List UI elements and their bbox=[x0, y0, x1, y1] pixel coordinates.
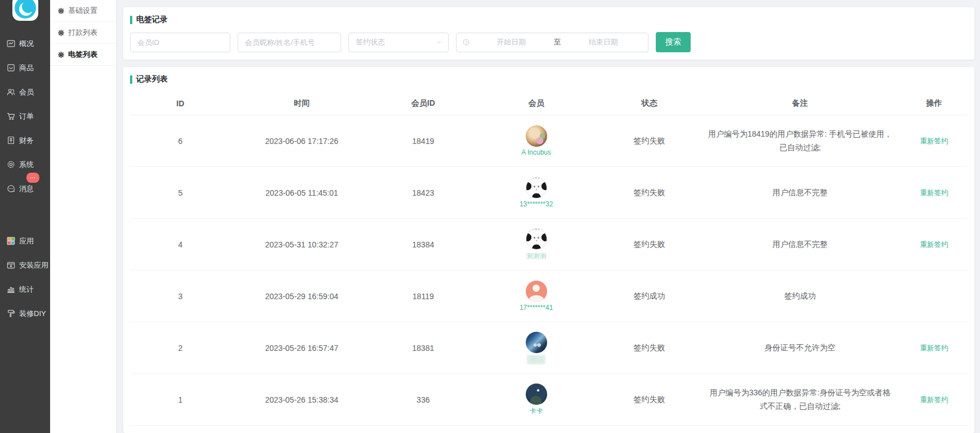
sidebar-item-label: 会员 bbox=[19, 87, 34, 97]
night-avatar bbox=[526, 384, 547, 405]
primary-sidebar: 概况 商品 会员 订单 财务 bbox=[0, 0, 50, 433]
install-apps-icon bbox=[6, 260, 16, 270]
sidebar-item-apps[interactable]: 应用 bbox=[0, 229, 50, 253]
date-range-picker[interactable]: 开始日期 至 结束日期 bbox=[456, 33, 648, 52]
messages-icon bbox=[6, 184, 16, 193]
member-name-link[interactable]: 17*******41 bbox=[520, 304, 553, 312]
record-remark: 用户信息不完整 bbox=[700, 238, 901, 251]
title-accent-bar bbox=[130, 16, 132, 24]
sidebar-item-label: 概况 bbox=[19, 39, 34, 49]
member-name-link[interactable]: 卡卡 bbox=[530, 407, 543, 416]
record-member-id: 18119 bbox=[373, 292, 474, 301]
records-card-title: 记录列表 bbox=[130, 74, 968, 84]
table-row: 3 2023-05-29 16:59:04 18119 17*******41 … bbox=[130, 270, 968, 322]
app-logo[interactable] bbox=[12, 0, 38, 21]
sidebar-item-label: 订单 bbox=[19, 111, 34, 121]
sidebar-item-overview[interactable]: 概况 bbox=[0, 31, 50, 56]
record-time: 2023-05-26 16:57:47 bbox=[231, 344, 373, 353]
sidebar-item-finance[interactable]: 财务 bbox=[0, 128, 50, 152]
member-name-link[interactable]: A Incubus bbox=[521, 148, 551, 156]
primary-nav-footer: 应用 安装应用 统计 装修DIY bbox=[0, 229, 50, 326]
table-row: 4 2023-05-31 10:32:27 18384 测测测 签约失败 用户信… bbox=[130, 219, 968, 270]
records-card-title-text: 记录列表 bbox=[136, 74, 168, 84]
search-card: 电签记录 签约状态 开始日期 至 结束日期 搜索 bbox=[123, 7, 974, 60]
record-member-id: 336 bbox=[373, 395, 474, 404]
table-header: ID 时间 会员ID 会员 状态 备注 操作 bbox=[130, 92, 968, 115]
column-header-member: 会员 bbox=[473, 98, 599, 109]
table-row: 2 2023-05-26 16:57:47 18381 '圖自 签约失败 身份证… bbox=[130, 322, 968, 374]
record-time: 2023-05-26 15:38:34 bbox=[231, 395, 373, 404]
re-sign-link[interactable]: 重新签约 bbox=[920, 241, 948, 249]
record-remark: 用户编号为336的用户数据异常:身份证号为空或者格式不正确，已自动过滤; bbox=[700, 386, 901, 413]
start-date-placeholder[interactable]: 开始日期 bbox=[472, 37, 551, 47]
sidebar-item-goods[interactable]: 商品 bbox=[0, 56, 50, 80]
record-remark: 签约成功 bbox=[700, 290, 901, 303]
orders-icon bbox=[6, 111, 16, 121]
sidebar-item-label: 消息 bbox=[19, 184, 34, 194]
sidebar-item-label: 安装应用 bbox=[19, 260, 48, 270]
member-nickname-input[interactable] bbox=[238, 33, 341, 52]
record-id: 2 bbox=[130, 344, 231, 353]
record-time: 2023-06-05 11:45:01 bbox=[231, 188, 373, 197]
re-sign-link[interactable]: 重新签约 bbox=[920, 137, 948, 145]
main-content: 电签记录 签约状态 开始日期 至 结束日期 搜索 记录列表 bbox=[117, 0, 980, 433]
table-row: 5 2023-06-05 11:45:01 18423 13*******32 … bbox=[130, 167, 968, 219]
submenu-item-label: 电签列表 bbox=[68, 49, 97, 60]
members-icon bbox=[6, 87, 16, 97]
sidebar-item-label: 财务 bbox=[19, 136, 34, 146]
record-time: 2023-05-31 10:32:27 bbox=[231, 240, 373, 249]
default-avatar bbox=[526, 281, 547, 302]
clock-icon bbox=[462, 38, 470, 46]
system-icon bbox=[6, 160, 16, 169]
sidebar-item-decorate-diy[interactable]: 装修DIY bbox=[0, 301, 50, 326]
record-status: 签约失败 bbox=[599, 395, 700, 405]
record-remark: 用户信息不完整 bbox=[700, 186, 901, 200]
submenu-item-label: 打款列表 bbox=[68, 28, 97, 38]
gear-icon bbox=[57, 29, 65, 37]
record-status: 签约成功 bbox=[599, 291, 700, 301]
re-sign-link[interactable]: 重新签约 bbox=[920, 189, 948, 197]
panda-avatar bbox=[526, 228, 547, 250]
game-avatar bbox=[526, 332, 547, 353]
sidebar-item-system[interactable]: 系统 bbox=[0, 152, 50, 177]
gear-icon bbox=[57, 51, 65, 58]
record-id: 3 bbox=[130, 292, 231, 301]
re-sign-link[interactable]: 重新签约 bbox=[920, 344, 948, 352]
title-accent-bar bbox=[130, 75, 132, 84]
apps-icon bbox=[6, 236, 16, 246]
record-member-id: 18419 bbox=[373, 137, 474, 146]
sidebar-item-label: 商品 bbox=[19, 63, 34, 73]
submenu-item-basic-settings[interactable]: 基础设置 bbox=[50, 0, 116, 22]
column-header-id: ID bbox=[130, 99, 231, 108]
search-button[interactable]: 搜索 bbox=[656, 32, 691, 52]
member-name-link[interactable]: '圖自 bbox=[527, 355, 545, 364]
sidebar-item-members[interactable]: 会员 bbox=[0, 80, 50, 104]
record-id: 5 bbox=[130, 188, 231, 197]
end-date-placeholder[interactable]: 结束日期 bbox=[565, 37, 643, 47]
sidebar-item-install-apps[interactable]: 安装应用 bbox=[0, 253, 50, 277]
dog-avatar bbox=[526, 125, 547, 147]
date-range-separator: 至 bbox=[551, 37, 565, 47]
submenu-item-label: 基础设置 bbox=[68, 6, 97, 16]
member-name-link[interactable]: 13*******32 bbox=[520, 200, 553, 208]
sidebar-item-messages[interactable]: ... 消息 bbox=[0, 177, 50, 201]
re-sign-link[interactable]: 重新签约 bbox=[920, 396, 948, 404]
app-logo-icon bbox=[15, 0, 36, 19]
submenu-item-esign-list[interactable]: 电签列表 bbox=[50, 44, 116, 66]
column-header-time: 时间 bbox=[231, 98, 373, 109]
record-remark: 用户编号为18419的用户数据异常: 手机号已被使用，已自动过滤; bbox=[700, 128, 901, 155]
record-id: 1 bbox=[130, 395, 231, 404]
member-name-link[interactable]: 测测测 bbox=[526, 251, 547, 261]
sidebar-item-label: 统计 bbox=[19, 285, 34, 295]
sidebar-item-stats[interactable]: 统计 bbox=[0, 277, 50, 301]
sign-status-select[interactable]: 签约状态 bbox=[348, 33, 449, 52]
search-card-title-text: 电签记录 bbox=[136, 15, 168, 25]
submenu-item-payment-list[interactable]: 打款列表 bbox=[50, 22, 116, 44]
record-id: 6 bbox=[130, 137, 231, 146]
record-member-id: 18423 bbox=[373, 188, 474, 197]
sidebar-item-orders[interactable]: 订单 bbox=[0, 104, 50, 128]
member-id-input[interactable] bbox=[130, 33, 230, 52]
record-status: 签约失败 bbox=[599, 136, 700, 146]
decorate-diy-icon bbox=[6, 309, 16, 318]
table-body: 6 2023-06-06 17:17:26 18419 A Incubus 签约… bbox=[130, 115, 968, 426]
